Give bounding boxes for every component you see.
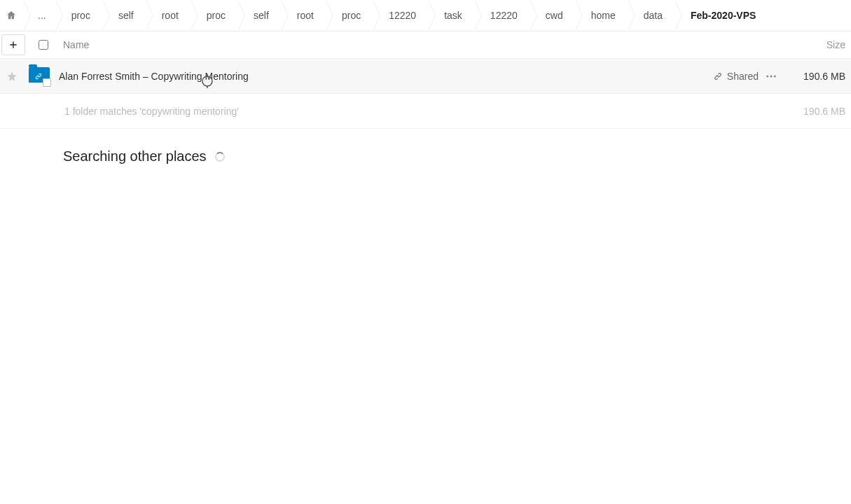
file-name[interactable]: Alan Forrest Smith – Copywriting Mentori…: [55, 71, 713, 82]
shared-folder-icon: [29, 67, 50, 85]
breadcrumb-item-root[interactable]: root: [146, 0, 191, 31]
breadcrumb-item-self-2[interactable]: self: [238, 0, 282, 31]
folder-icon-cell: [24, 67, 55, 85]
favorite-toggle[interactable]: [0, 71, 24, 82]
svg-point-0: [766, 75, 768, 77]
more-actions-button[interactable]: [759, 70, 784, 83]
add-button[interactable]: [1, 34, 25, 55]
breadcrumb-item-cwd[interactable]: cwd: [530, 0, 576, 31]
breadcrumb-item-12220-2[interactable]: 12220: [475, 0, 530, 31]
breadcrumb-item-data[interactable]: data: [628, 0, 675, 31]
more-icon: [765, 70, 777, 83]
breadcrumb-item-task[interactable]: task: [429, 0, 475, 31]
summary-row: 1 folder matches 'copywriting mentoring'…: [0, 94, 851, 129]
breadcrumb: ... proc self root proc self root proc 1…: [0, 0, 851, 31]
searching-label: Searching other places: [63, 148, 207, 164]
link-icon: [34, 72, 43, 80]
summary-size: 190.6 MB: [784, 106, 851, 117]
breadcrumb-home[interactable]: [0, 0, 24, 31]
breadcrumb-item-12220[interactable]: 12220: [373, 0, 429, 31]
column-header-size[interactable]: Size: [781, 39, 851, 50]
svg-point-1: [770, 75, 773, 77]
summary-text: 1 folder matches 'copywriting mentoring': [0, 106, 784, 117]
breadcrumb-item-root-2[interactable]: root: [282, 0, 326, 31]
svg-point-2: [774, 75, 776, 77]
shared-label: Shared: [727, 71, 759, 82]
breadcrumb-item-home[interactable]: home: [576, 0, 628, 31]
column-header-name[interactable]: Name: [59, 39, 781, 50]
breadcrumb-item-self[interactable]: self: [103, 0, 146, 31]
breadcrumb-item-proc-2[interactable]: proc: [191, 0, 238, 31]
breadcrumb-ellipsis[interactable]: ...: [24, 0, 56, 31]
home-icon: [6, 10, 17, 21]
breadcrumb-item-current[interactable]: Feb-2020-VPS: [675, 0, 768, 31]
select-checkbox-overlay[interactable]: [43, 78, 51, 87]
searching-heading: Searching other places: [0, 129, 851, 164]
link-icon: [713, 71, 723, 81]
plus-icon: [8, 39, 19, 50]
select-all-checkbox[interactable]: [39, 40, 48, 50]
file-size: 190.6 MB: [784, 71, 851, 82]
file-list-header: Name Size: [0, 31, 851, 59]
spinner-icon: [215, 152, 225, 162]
breadcrumb-item-proc-3[interactable]: proc: [326, 0, 373, 31]
breadcrumb-item-proc[interactable]: proc: [56, 0, 103, 31]
star-icon: [6, 71, 18, 82]
select-all-cell[interactable]: [28, 40, 59, 50]
shared-indicator[interactable]: Shared: [713, 71, 759, 82]
table-row[interactable]: Alan Forrest Smith – Copywriting Mentori…: [0, 59, 851, 94]
